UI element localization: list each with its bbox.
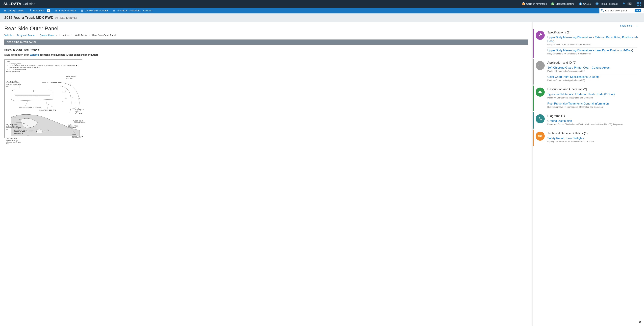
weld-diagram[interactable]: NOTE Welding symbols ✕ : 2-Plate spot we… (4, 60, 82, 138)
diagnostic-hotline-link[interactable]: Diagnostic Hotline (551, 2, 574, 5)
result-item: Soft Chipping Guard Primer Coat - Coatin… (547, 66, 641, 72)
removal-heading: Rear Side Outer Panel Removal (4, 48, 40, 51)
welding-link[interactable]: welding (30, 53, 39, 56)
apps-menu-icon[interactable] (636, 2, 641, 6)
crumb-vehicle[interactable]: Vehicle (4, 34, 12, 37)
result-link[interactable]: Upper Body Measuring Dimensions - Inner … (547, 49, 641, 52)
brand-sub: Collision (23, 2, 36, 6)
bookmarks-count: 1 (47, 10, 50, 12)
diagram-subhead: With roof panel removal (6, 71, 81, 72)
vehicle-icon (536, 88, 545, 97)
result-path: Body Dimensions >> Dimensions (Specifica… (547, 43, 641, 46)
notification-count: 89 (628, 2, 632, 5)
result-path: Lighting and Horns >> All Technical Serv… (547, 140, 641, 143)
bookmarks-button[interactable]: Bookmarks 1 (29, 9, 50, 12)
page-title: Rear Side Outer Panel (4, 25, 528, 32)
svg-text:(10): (10) (23, 122, 25, 124)
result-group: I.D.Application and ID (2)Soft Chipping … (533, 59, 644, 85)
svg-line-3 (603, 11, 604, 12)
divider (547, 47, 637, 48)
svg-text:× × × × × × × × × × × × × × × : × × × × × × × × × × × × × × × × × × × × … (29, 130, 53, 131)
crumb-body-frame[interactable]: Body and Frame (17, 34, 34, 37)
svg-line-31 (46, 101, 48, 109)
tech-reference-button[interactable]: Technician's Reference - Collision (112, 9, 152, 12)
id-icon: I.D. (536, 61, 545, 70)
show-more-button[interactable]: Show more ⌄ (533, 22, 644, 29)
show-more-label: Show more (620, 24, 632, 27)
result-link[interactable]: Color Chart Paint Specifications (2-Door… (547, 75, 641, 79)
crumb-weld-points: Weld Points (75, 34, 87, 37)
chevron-right-icon: 〉 (71, 35, 73, 37)
result-path: Power and Ground Distribution >> Electri… (547, 123, 641, 125)
result-item: Ground DistributionPower and Ground Dist… (547, 119, 641, 125)
result-path: Body Dimensions >> Dimensions (Specifica… (547, 53, 641, 55)
tech-ref-label: Technician's Reference - Collision (117, 9, 152, 12)
group-title: Technical Service Bulletins (1) (547, 131, 641, 135)
wrench-icon (536, 31, 545, 40)
advantage-icon (522, 2, 525, 5)
search-result-count-pill[interactable]: 39 ▾ (634, 9, 641, 12)
diagram-callout: QUARTER PILLAR STIFFENER (19, 107, 41, 109)
help-feedback-link[interactable]: ? Help & Feedback (596, 2, 618, 5)
diagram-callout: REAR COMBINATION STIFFENER (68, 124, 83, 129)
main-content: Rear Side Outer Panel Vehicle 〉 Body and… (0, 22, 644, 326)
close-panel-button[interactable]: ✕ (638, 320, 641, 324)
chevron-right-icon: 〉 (56, 35, 58, 37)
collision-advantage-link[interactable]: Collision Advantage (522, 2, 547, 5)
group-title: Diagrams (1) (547, 114, 641, 118)
result-item: Rust-Preventive Treatments General Infor… (547, 102, 641, 108)
bookmark-icon (29, 9, 32, 12)
svg-text:(24): (24) (33, 90, 36, 92)
breadcrumb: Vehicle 〉 Body and Frame 〉 Quarter Panel… (4, 34, 528, 37)
diagram-icon (536, 114, 545, 123)
clear-search-button[interactable]: ✕ (643, 9, 644, 12)
top-header: ALLDATA Collision Collision Advantage Di… (0, 0, 644, 8)
user-label: CASEY (583, 3, 591, 5)
notifications-button[interactable]: 89 (622, 2, 632, 6)
svg-text:×: × (75, 102, 75, 103)
svg-text:(2): (2) (66, 97, 67, 99)
result-group: Specifications (2)Upper Body Measuring D… (533, 29, 644, 58)
result-link[interactable]: Soft Chipping Guard Primer Coat - Coatin… (547, 66, 641, 70)
chevron-down-icon: ▾ (639, 10, 640, 12)
result-item: Safety Recall: Inner TaillightsLighting … (547, 136, 641, 143)
search-input[interactable] (605, 9, 634, 12)
brand-logo[interactable]: ALLDATA Collision (3, 2, 36, 6)
result-link[interactable]: Rust-Preventive Treatments General Infor… (547, 102, 641, 105)
chevron-right-icon: 〉 (36, 35, 38, 37)
diagram-callout: Front lower edge position of the rear si… (6, 138, 21, 145)
tsb-icon: TSB (536, 131, 545, 141)
svg-text:(10): (10) (78, 98, 80, 100)
phone-icon (551, 2, 554, 5)
result-item: Color Chart Paint Specifications (2-Door… (547, 75, 641, 82)
diagram-callout: Front upper edge position of the rear si… (6, 80, 21, 87)
divider (547, 74, 637, 74)
group-title: Application and ID (2) (547, 61, 641, 65)
chevron-right-icon: 〉 (14, 35, 16, 37)
result-link[interactable]: Safety Recall: Inner Taillights (547, 136, 641, 140)
user-menu[interactable]: CASEY (579, 2, 591, 5)
diagram-callout: QUARTER PILLAR UPPER OUTER SEPARATOR (14, 129, 28, 135)
svg-text:(4): (4) (62, 101, 64, 102)
advantage-label: Collision Advantage (526, 3, 547, 5)
search-count-value: 39 (636, 10, 638, 12)
vehicle-title: 2016 Acura Truck MDX FWD (4, 16, 54, 20)
result-link[interactable]: Types and Materials of Exterior Plastic … (547, 92, 641, 96)
crumb-quarter-panel[interactable]: Quarter Panel (40, 34, 54, 37)
change-vehicle-button[interactable]: Change Vehicle (3, 9, 24, 12)
diagram-note-label: NOTE (6, 61, 81, 63)
group-title: Specifications (2) (547, 31, 641, 34)
result-link[interactable]: Ground Distribution (547, 119, 641, 123)
svg-text:×: × (72, 97, 73, 98)
result-path: Paint >> Components (Application and ID) (547, 79, 641, 82)
search-container: 39 ▾ ✕ (599, 8, 644, 14)
svg-text:(2): (2) (51, 106, 52, 107)
help-label: Help & Feedback (600, 3, 618, 5)
diagram-callout: REAR PILLAR LOWER STIFFENER (75, 109, 86, 114)
svg-point-0 (580, 3, 581, 4)
result-link[interactable]: Upper Body Measuring Dimensions - Extern… (547, 36, 641, 43)
library-request-button[interactable]: Library Request (55, 9, 76, 12)
svg-text:× × × × ×: × × × × × (16, 122, 21, 123)
conversion-calculator-button[interactable]: Conversion Calculator (80, 9, 108, 12)
bookmarks-label: Bookmarks (33, 9, 45, 12)
